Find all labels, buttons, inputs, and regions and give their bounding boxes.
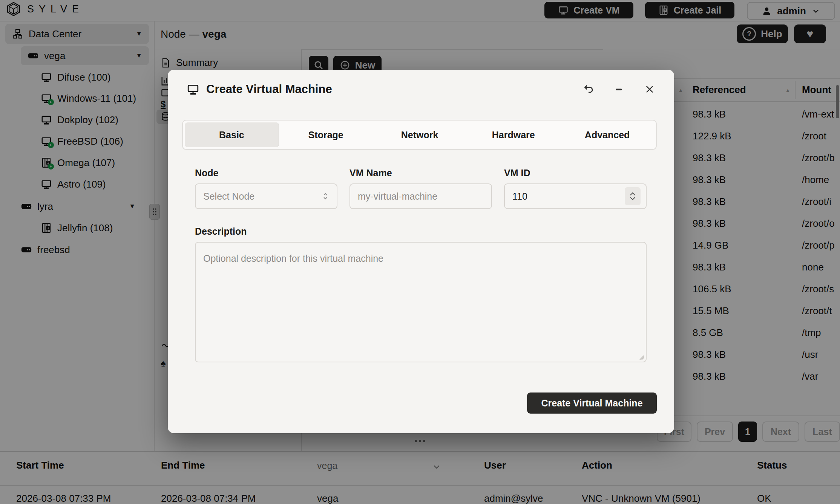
- node-field-label: Node: [195, 168, 219, 179]
- description-field-label: Description: [195, 226, 247, 237]
- reset-icon[interactable]: [583, 84, 594, 95]
- close-icon[interactable]: [644, 84, 655, 95]
- tab-storage[interactable]: Storage: [279, 122, 373, 147]
- vm-name-field-label: VM Name: [349, 168, 392, 179]
- modal-header: Create Virtual Machine: [187, 81, 655, 98]
- vm-id-value: 110: [512, 191, 527, 202]
- create-vm-modal: Create Virtual Machine Basic Storage Net…: [168, 70, 674, 433]
- resize-handle-icon[interactable]: [638, 354, 644, 360]
- description-placeholder: Optional description for this virtual ma…: [203, 253, 383, 264]
- description-textarea[interactable]: Optional description for this virtual ma…: [195, 242, 647, 362]
- vm-id-input[interactable]: 110: [504, 183, 647, 209]
- create-vm-submit-button[interactable]: Create Virtual Machine: [527, 393, 657, 414]
- node-select[interactable]: Select Node: [195, 183, 337, 209]
- monitor-icon: [187, 83, 199, 96]
- tab-hardware[interactable]: Hardware: [466, 122, 560, 147]
- node-select-value: Select Node: [203, 191, 254, 202]
- number-stepper[interactable]: [625, 187, 641, 205]
- vm-name-input[interactable]: my-virtual-machine: [349, 183, 492, 209]
- modal-controls: [583, 84, 655, 95]
- chevrons-up-down-icon: [321, 192, 330, 201]
- modal-title: Create Virtual Machine: [206, 82, 332, 96]
- tab-network[interactable]: Network: [373, 122, 467, 147]
- tab-advanced[interactable]: Advanced: [560, 122, 654, 147]
- vm-id-field-label: VM ID: [504, 168, 530, 179]
- vm-name-placeholder: my-virtual-machine: [358, 191, 437, 202]
- modal-tabs: Basic Storage Network Hardware Advanced: [182, 120, 657, 150]
- tab-basic[interactable]: Basic: [185, 122, 279, 147]
- minimize-icon[interactable]: [614, 84, 624, 95]
